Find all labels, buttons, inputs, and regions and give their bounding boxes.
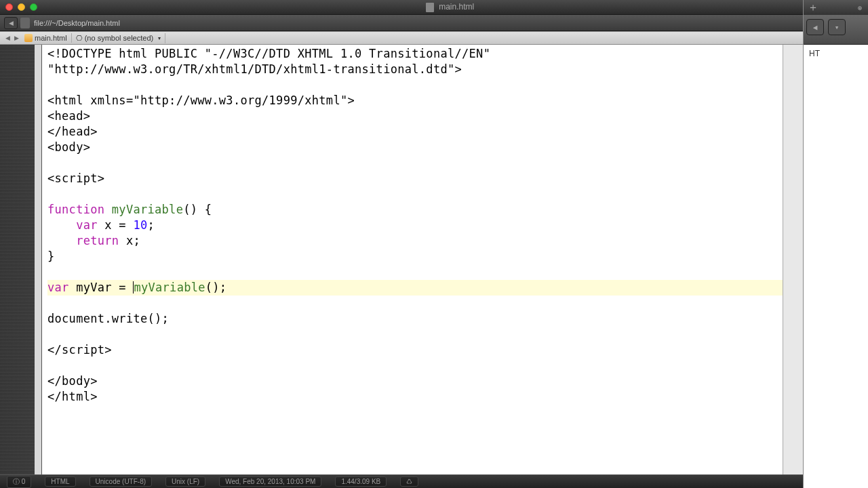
code-line[interactable] [47,358,777,373]
back-button-secondary[interactable]: ◀ [806,19,824,35]
breadcrumb-file-label: main.html [35,34,67,42]
code-line[interactable]: document.write(); [47,311,777,327]
window-title-bar: main.html [0,0,868,15]
secondary-tab-bar: ＋ ⊗ [804,0,868,15]
status-modified: Wed, Feb 20, 2013, 10:03 PM [219,476,321,487]
code-line[interactable]: } [47,249,777,264]
line-gutter[interactable] [0,45,42,474]
status-size: 1.44/3.09 KB [335,476,387,487]
status-line-endings[interactable]: Unix (LF) [165,476,205,487]
window-title: main.html [37,2,863,12]
document-icon [426,3,434,12]
code-line[interactable]: return x; [47,233,777,249]
secondary-label: HT [809,49,820,58]
status-issues[interactable]: ⓘ 0 [7,476,31,488]
breadcrumb-symbol[interactable]: ⎔ (no symbol selected) ▾ [72,33,166,43]
status-language[interactable]: HTML [45,476,75,487]
html-file-icon [24,34,33,42]
text-cursor [133,281,134,293]
next-file-button[interactable]: ▶ [13,35,20,41]
code-line[interactable]: <script> [47,171,777,186]
options-button-secondary[interactable]: ▾ [828,19,846,35]
window-title-text: main.html [439,2,474,12]
code-editor[interactable]: <!DOCTYPE html PUBLIC "-//W3C//DTD XHTML… [42,45,783,474]
nav-arrows: ◀ ▶ [4,35,20,41]
code-line[interactable] [47,186,777,202]
prev-file-button[interactable]: ◀ [4,35,12,41]
fold-column[interactable] [35,45,41,474]
code-line[interactable]: function myVariable() { [47,202,777,218]
new-tab-button[interactable]: ＋ [808,1,818,15]
code-line[interactable] [47,77,777,93]
code-line[interactable] [47,155,777,171]
code-line[interactable] [47,327,777,342]
code-line[interactable]: <head> [47,108,777,124]
code-line[interactable]: </html> [47,389,777,405]
zoom-window-button[interactable] [30,3,37,11]
code-line[interactable]: var x = 10; [47,218,777,233]
back-button[interactable]: ◀ [4,17,18,29]
code-line[interactable] [47,264,777,280]
code-line[interactable]: </head> [47,124,777,140]
dropdown-icon: ▾ [158,35,161,41]
editor-container: <!DOCTYPE html PUBLIC "-//W3C//DTD XHTML… [0,45,868,474]
status-encoding[interactable]: Unicode (UTF-8) [90,476,152,487]
breadcrumb-symbol-label: (no symbol selected) [85,34,154,42]
window-controls [5,3,37,11]
code-line[interactable] [47,296,777,311]
file-path: file:///~/Desktop/main.html [34,19,120,27]
code-line[interactable]: <!DOCTYPE html PUBLIC "-//W3C//DTD XHTML… [47,46,777,62]
secondary-toolbar: ◀ ▾ [804,15,868,45]
document-type-icon [20,18,30,28]
status-recycle[interactable]: ♺ [400,476,418,487]
code-line[interactable]: <body> [47,140,777,155]
code-line[interactable]: </body> [47,373,777,389]
breadcrumb-file[interactable]: main.html [20,33,72,43]
symbol-icon: ⎔ [76,34,83,43]
code-line[interactable]: "http://www.w3.org/TR/xhtml1/DTD/xhtml1-… [47,62,777,77]
code-line[interactable]: var myVar = myVariable(); [47,280,783,296]
close-window-button[interactable] [5,3,13,11]
code-line[interactable]: <html xmlns="http://www.w3.org/1999/xhtm… [47,93,777,108]
status-bar: ⓘ 0 HTML Unicode (UTF-8) Unix (LF) Wed, … [0,474,868,488]
code-content[interactable]: <!DOCTYPE html PUBLIC "-//W3C//DTD XHTML… [42,45,783,406]
secondary-window: ＋ ⊗ ◀ ▾ HT [803,0,868,488]
minimize-window-button[interactable] [18,3,25,11]
close-tab-button[interactable]: ⊗ [856,3,864,12]
path-toolbar: ◀ file:///~/Desktop/main.html [0,15,868,31]
code-line[interactable]: </script> [47,342,777,358]
breadcrumb-bar: ◀ ▶ main.html ⎔ (no symbol selected) ▾ ✎… [0,31,868,45]
